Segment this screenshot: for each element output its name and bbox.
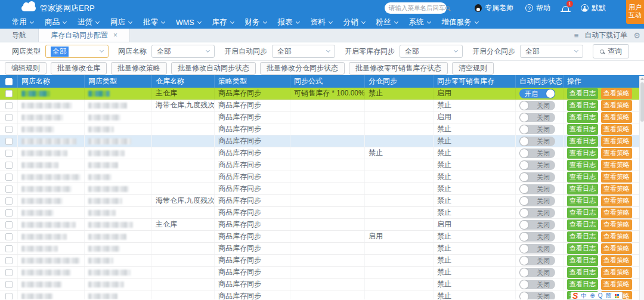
auto-sync-toggle[interactable]: 关闭 [519, 256, 555, 265]
ime-icon-3[interactable]: 简 [606, 292, 612, 299]
tab-stock-auto-sync-config[interactable]: 库存自动同步配置 × [38, 29, 130, 42]
view-strategy-button[interactable]: 查看策略 [601, 255, 632, 266]
view-log-button[interactable]: 查看日志 [567, 172, 598, 183]
row-checkbox[interactable] [5, 197, 13, 205]
menu-item-12[interactable]: 系统 [409, 17, 431, 27]
menu-item-9[interactable]: 资料 [311, 17, 332, 27]
row-checkbox[interactable] [5, 185, 13, 193]
row-checkbox[interactable] [5, 102, 13, 109]
row-checkbox[interactable] [5, 257, 13, 264]
toolbar-button-4[interactable]: 批量修改分仓同步状态 [260, 62, 345, 75]
row-checkbox[interactable] [5, 245, 13, 252]
table-row[interactable]: 商品库存同步禁止禁止关闭查看日志查看策略 [0, 147, 644, 159]
view-strategy-button[interactable]: 查看策略 [601, 219, 632, 230]
view-strategy-button[interactable]: 查看策略 [601, 148, 632, 159]
filter-select-4[interactable]: 全部 [520, 45, 583, 58]
row-checkbox[interactable] [5, 162, 13, 169]
auto-sync-toggle[interactable]: 关闭 [519, 232, 555, 242]
view-log-button[interactable]: 查看日志 [567, 255, 598, 266]
ime-icon-1[interactable]: ⊕ [590, 292, 595, 299]
auto-sync-toggle[interactable]: 关闭 [519, 137, 555, 146]
auto-sync-toggle[interactable]: 关闭 [519, 280, 555, 289]
tab-close-icon[interactable]: × [113, 31, 117, 39]
view-strategy-button[interactable]: 查看策略 [601, 196, 632, 206]
menu-item-8[interactable]: 报表 [278, 17, 299, 27]
toolbar-button-1[interactable]: 批量修改仓库 [51, 62, 107, 75]
tab-navigation[interactable]: 导航 [0, 29, 38, 42]
view-log-button[interactable]: 查看日志 [567, 136, 598, 147]
row-checkbox[interactable] [5, 233, 13, 240]
auto-download-orders-link[interactable]: 自动下载订单 [584, 30, 627, 41]
select-all-checkbox[interactable] [5, 78, 13, 85]
view-log-button[interactable]: 查看日志 [567, 160, 598, 171]
toolbar-button-2[interactable]: 批量修改策略 [111, 62, 167, 75]
auto-sync-toggle[interactable]: 关闭 [519, 220, 555, 230]
menu-item-1[interactable]: 商品 [45, 17, 66, 27]
view-log-button[interactable]: 查看日志 [567, 208, 598, 218]
scrollbar-thumb[interactable] [640, 82, 644, 122]
auto-sync-toggle[interactable]: 关闭 [519, 125, 555, 134]
view-strategy-button[interactable]: 查看策略 [601, 231, 632, 242]
table-row[interactable]: 商品库存同步禁止关闭查看日志查看策略 [0, 207, 644, 219]
view-strategy-button[interactable]: 查看策略 [601, 208, 632, 218]
menu-search-input[interactable]: 请输入菜单名后回车 [385, 2, 447, 14]
view-log-button[interactable]: 查看日志 [567, 100, 598, 111]
row-checkbox[interactable] [5, 293, 13, 300]
view-log-button[interactable]: 查看日志 [567, 243, 598, 254]
help-button[interactable]: 帮助 [525, 3, 550, 13]
toolbar-button-5[interactable]: 批量修改零可销售库存状态 [349, 62, 448, 75]
auto-sync-toggle[interactable]: 关闭 [519, 268, 555, 277]
gear-icon[interactable]: ⚙ [633, 31, 640, 40]
ime-icon-2[interactable]: Q [598, 292, 603, 299]
table-row[interactable]: 主仓库商品库存同步可销售库存 * 100.00% - 0.00禁止启用开启查看日… [0, 88, 644, 100]
table-row[interactable]: 商品库存同步禁止关闭查看日志查看策略 [0, 279, 644, 290]
filter-select-3[interactable]: 全部 [400, 45, 463, 58]
row-checkbox[interactable] [5, 114, 13, 121]
view-log-button[interactable]: 查看日志 [567, 124, 598, 135]
table-row[interactable]: 商品库存同步禁止关闭查看日志查看策略 [0, 267, 644, 279]
filter-select-1[interactable]: 全部 [151, 45, 215, 58]
menu-item-7[interactable]: 财务 [245, 17, 267, 27]
row-checkbox[interactable] [5, 150, 13, 157]
view-strategy-button[interactable]: 查看策略 [601, 172, 632, 183]
table-row[interactable]: 商品库存同步禁止关闭查看日志查看策略 [0, 183, 644, 195]
view-log-button[interactable]: 查看日志 [567, 219, 598, 230]
table-row[interactable]: 商品库存同步禁止关闭查看日志查看策略 [0, 255, 644, 267]
view-strategy-button[interactable]: 查看策略 [601, 88, 632, 99]
filter-select-2[interactable]: 全部 [272, 45, 335, 58]
menu-item-3[interactable]: 网店 [110, 17, 132, 27]
view-strategy-button[interactable]: 查看策略 [601, 160, 632, 171]
table-row[interactable]: 商品库存同步禁止关闭查看日志查看策略 [0, 135, 644, 147]
menu-item-0[interactable]: 常用 [12, 17, 33, 27]
row-checkbox[interactable] [5, 126, 13, 133]
table-row[interactable]: 主仓库商品库存同步启用关闭查看日志查看策略 [0, 219, 644, 231]
list-menu-icon[interactable]: ≡ [574, 31, 579, 40]
table-row[interactable]: 海带仓库,九度残次品,保税仓...商品库存同步禁止关闭查看日志查看策略 [0, 195, 644, 207]
menu-item-13[interactable]: 增值服务 [442, 17, 478, 27]
auto-sync-toggle[interactable]: 开启 [519, 89, 555, 98]
scroll-up-arrow-icon[interactable] [640, 78, 644, 80]
toolbar-button-3[interactable]: 批量修改自动同步状态 [171, 62, 256, 75]
view-log-button[interactable]: 查看日志 [567, 231, 598, 242]
view-strategy-button[interactable]: 查看策略 [601, 243, 632, 254]
view-log-button[interactable]: 查看日志 [567, 148, 598, 159]
menu-item-5[interactable]: WMS [176, 18, 201, 27]
menu-item-2[interactable]: 进货 [78, 17, 99, 27]
row-checkbox[interactable] [5, 221, 13, 228]
auto-sync-toggle[interactable]: 关闭 [519, 244, 555, 253]
view-strategy-button[interactable]: 查看策略 [601, 100, 632, 111]
exclusive-teacher-button[interactable]: 专属老师 [475, 3, 513, 13]
row-checkbox[interactable] [5, 174, 13, 181]
auto-sync-toggle[interactable]: 关闭 [519, 184, 555, 194]
table-row[interactable]: 商品库存同步启用关闭查看日志查看策略 [0, 112, 644, 123]
toolbar-button-6[interactable]: 清空规则 [452, 62, 494, 75]
table-row[interactable]: 商品库存同步禁止关闭查看日志查看策略 [0, 290, 644, 299]
row-checkbox[interactable] [5, 209, 13, 217]
view-strategy-button[interactable]: 查看策略 [601, 136, 632, 147]
auto-sync-toggle[interactable]: 关闭 [519, 172, 555, 182]
ime-toolbox-icon[interactable] [615, 294, 619, 298]
filter-select-0[interactable]: 全部 [45, 45, 109, 58]
auto-sync-toggle[interactable]: 关闭 [519, 101, 555, 110]
table-row[interactable]: 商品库存同步禁止关闭查看日志查看策略 [0, 123, 644, 135]
user-interact-tab[interactable]: 用户互动 [626, 0, 644, 24]
